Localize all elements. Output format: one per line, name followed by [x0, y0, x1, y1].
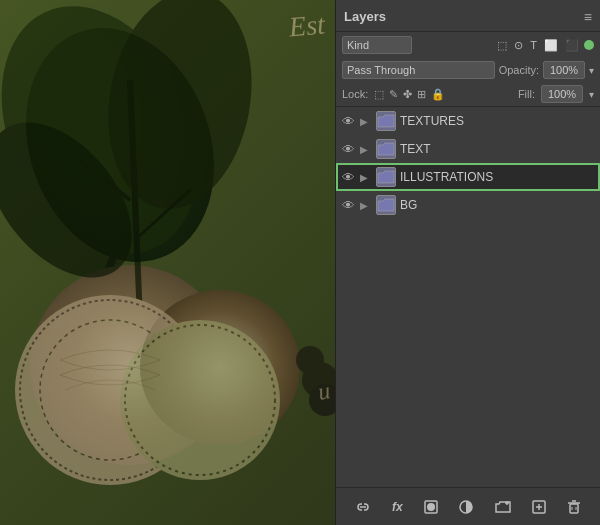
- fill-arrow: ▾: [589, 89, 594, 100]
- fill-input[interactable]: [541, 85, 583, 103]
- lock-artboard-btn[interactable]: ⊞: [417, 88, 426, 101]
- layer-item-textures[interactable]: 👁 ▶ TEXTURES: [336, 107, 600, 135]
- lock-label: Lock:: [342, 88, 368, 100]
- layer-eye-bg[interactable]: 👁: [340, 197, 356, 213]
- kind-text-btn[interactable]: T: [528, 39, 539, 52]
- layer-eye-text[interactable]: 👁: [340, 141, 356, 157]
- panel-toolbar: fx: [336, 487, 600, 525]
- layer-name-bg: BG: [400, 198, 596, 212]
- svg-point-9: [120, 320, 280, 480]
- lock-pixels-btn[interactable]: ✎: [389, 88, 398, 101]
- folder-icon-bg: [377, 198, 395, 212]
- layer-item-illustrations[interactable]: 👁 ▶ ILLUSTRATIONS: [336, 163, 600, 191]
- layer-item-text[interactable]: 👁 ▶ TEXT: [336, 135, 600, 163]
- adjustment-button[interactable]: [455, 498, 477, 516]
- layer-eye-textures[interactable]: 👁: [340, 113, 356, 129]
- kind-shape-btn[interactable]: ⬜: [542, 39, 560, 52]
- lock-all-btn[interactable]: 🔒: [431, 88, 445, 101]
- opacity-label: Opacity:: [499, 64, 539, 76]
- kind-green-dot: [584, 40, 594, 50]
- link-button[interactable]: [351, 499, 375, 515]
- layers-panel: Layers ≡ Kind Name Effect Mode Attribute…: [335, 0, 600, 525]
- layer-expand-bg[interactable]: ▶: [360, 200, 372, 211]
- kind-icons: ⬚ ⊙ T ⬜ ⬛: [416, 39, 594, 52]
- layer-item-bg[interactable]: 👁 ▶ BG: [336, 191, 600, 219]
- layer-name-illustrations: ILLUSTRATIONS: [400, 170, 596, 184]
- kind-select[interactable]: Kind Name Effect Mode Attribute Color Sm…: [342, 36, 412, 54]
- fx-button[interactable]: fx: [388, 498, 407, 516]
- link-icon: [355, 501, 371, 513]
- folder-icon-textures: [377, 114, 395, 128]
- layer-thumb-textures: [376, 111, 396, 131]
- lock-icons: ⬚ ✎ ✤ ⊞ 🔒: [374, 88, 445, 101]
- bg-svg-details: [0, 0, 335, 525]
- new-group-icon: [495, 500, 511, 514]
- adjustment-icon: [459, 500, 473, 514]
- panel-titlebar: Layers ≡: [336, 0, 600, 32]
- new-layer-button[interactable]: [528, 498, 550, 516]
- delete-icon: [567, 500, 581, 514]
- layers-empty-space: [336, 219, 600, 399]
- folder-icon-illustrations: [377, 170, 395, 184]
- folder-icon-text: [377, 142, 395, 156]
- kind-adjust-btn[interactable]: ⊙: [512, 39, 525, 52]
- mask-icon: [424, 500, 438, 514]
- panel-menu-icon[interactable]: ≡: [584, 9, 592, 25]
- kind-row: Kind Name Effect Mode Attribute Color Sm…: [336, 32, 600, 58]
- layer-expand-illustrations[interactable]: ▶: [360, 172, 372, 183]
- fill-label: Fill:: [518, 88, 535, 100]
- panel-title: Layers: [344, 9, 386, 24]
- layer-name-textures: TEXTURES: [400, 114, 596, 128]
- blend-row: Pass Through Normal Dissolve Multiply Sc…: [336, 58, 600, 82]
- layer-name-text: TEXT: [400, 142, 596, 156]
- eye-icon-illustrations: 👁: [342, 170, 355, 185]
- kind-smart-btn[interactable]: ⬛: [563, 39, 581, 52]
- layer-expand-text[interactable]: ▶: [360, 144, 372, 155]
- svg-point-17: [427, 503, 435, 511]
- mask-button[interactable]: [420, 498, 442, 516]
- svg-rect-24: [570, 504, 578, 513]
- kind-pixel-btn[interactable]: ⬚: [495, 39, 509, 52]
- fx-label: fx: [392, 500, 403, 514]
- new-layer-icon: [532, 500, 546, 514]
- layer-expand-textures[interactable]: ▶: [360, 116, 372, 127]
- eye-icon-text: 👁: [342, 142, 355, 157]
- blend-mode-select[interactable]: Pass Through Normal Dissolve Multiply Sc…: [342, 61, 495, 79]
- layer-eye-illustrations[interactable]: 👁: [340, 169, 356, 185]
- layer-thumb-bg: [376, 195, 396, 215]
- lock-position-btn[interactable]: ✤: [403, 88, 412, 101]
- eye-icon-textures: 👁: [342, 114, 355, 129]
- opacity-input[interactable]: [543, 61, 585, 79]
- delete-button[interactable]: [563, 498, 585, 516]
- eye-icon-bg: 👁: [342, 198, 355, 213]
- layer-thumb-text: [376, 139, 396, 159]
- opacity-arrow: ▾: [589, 65, 594, 76]
- new-group-button[interactable]: [491, 498, 515, 516]
- svg-point-12: [296, 346, 324, 374]
- lock-row: Lock: ⬚ ✎ ✤ ⊞ 🔒 Fill: ▾: [336, 82, 600, 107]
- bg-script-text: Est: [288, 9, 326, 44]
- layers-list: 👁 ▶ TEXTURES 👁 ▶ TEXT: [336, 107, 600, 487]
- lock-transparent-btn[interactable]: ⬚: [374, 88, 384, 101]
- layer-thumb-illustrations: [376, 167, 396, 187]
- background-illustration: Est u: [0, 0, 335, 525]
